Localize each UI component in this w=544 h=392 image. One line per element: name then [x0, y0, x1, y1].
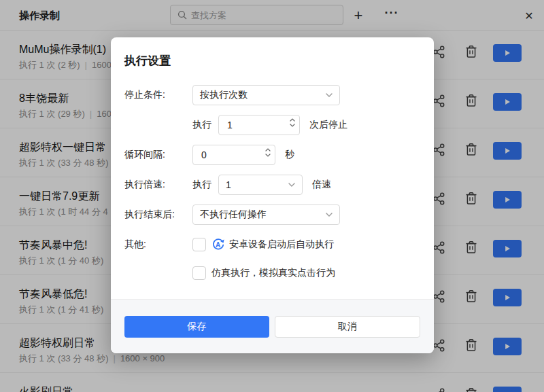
exec-count-input[interactable]	[218, 115, 300, 135]
chevron-down-icon	[326, 213, 333, 217]
android-restart-icon: A	[211, 238, 225, 251]
simulate-row: 仿真执行，模拟真实点击行为	[124, 263, 420, 283]
dialog-title: 执行设置	[124, 53, 171, 69]
loop-interval-label: 循环间隔:	[124, 149, 192, 161]
stop-condition-select[interactable]: 按执行次数	[192, 85, 340, 105]
settings-form: 停止条件: 按执行次数 执行 次后停止 循	[124, 85, 420, 291]
loop-interval-row: 循环间隔: 秒	[124, 145, 420, 165]
stop-condition-value: 按执行次数	[200, 89, 248, 101]
simulate-text: 仿真执行，模拟真实点击行为	[211, 267, 335, 279]
after-exec-select[interactable]: 不执行任何操作	[192, 204, 340, 225]
after-exec-value: 不执行任何操作	[200, 209, 267, 221]
loop-interval-stepper[interactable]	[192, 145, 275, 165]
speed-row: 执行倍速: 执行 1 倍速	[124, 175, 420, 195]
auto-start-checkbox[interactable]	[192, 238, 206, 251]
svg-text:A: A	[216, 241, 220, 249]
after-exec-label: 执行结束后:	[124, 209, 192, 221]
stepper-arrows-icon[interactable]	[265, 148, 271, 157]
cancel-button[interactable]: 取消	[275, 316, 421, 338]
other-label: 其他:	[124, 238, 192, 251]
loop-interval-input[interactable]	[192, 145, 275, 165]
execution-settings-dialog: 执行设置 停止条件: 按执行次数 执行 次后	[111, 37, 434, 353]
speed-prefix-label: 执行	[192, 179, 211, 191]
stepper-arrows-icon[interactable]	[290, 118, 295, 127]
recording-manager-window: 操作录制 + ··· ✕ MuMu操作录制(1) 执行 1 次 (2 秒)|16…	[0, 0, 544, 392]
chevron-down-icon	[326, 93, 333, 97]
stop-condition-row: 停止条件: 按执行次数	[124, 85, 420, 105]
dialog-footer: 保存 取消	[111, 299, 434, 353]
exec-suffix-label: 次后停止	[309, 119, 347, 131]
after-exec-row: 执行结束后: 不执行任何操作	[124, 204, 420, 225]
auto-start-row: 其他: A 安卓设备启动后自动执行	[124, 234, 420, 255]
auto-start-text: 安卓设备启动后自动执行	[229, 238, 334, 251]
speed-unit-label: 倍速	[312, 179, 331, 191]
loop-unit-label: 秒	[285, 149, 294, 161]
exec-prefix-label: 执行	[192, 119, 211, 131]
save-button[interactable]: 保存	[124, 316, 269, 338]
speed-value: 1	[226, 179, 231, 190]
stop-condition-label: 停止条件:	[124, 89, 192, 101]
exec-count-stepper[interactable]	[218, 115, 300, 135]
simulate-checkbox[interactable]	[192, 266, 206, 280]
chevron-down-icon	[288, 183, 295, 187]
speed-label: 执行倍速:	[124, 179, 192, 191]
speed-select[interactable]: 1	[218, 175, 303, 195]
exec-count-row: 执行 次后停止	[124, 115, 420, 135]
